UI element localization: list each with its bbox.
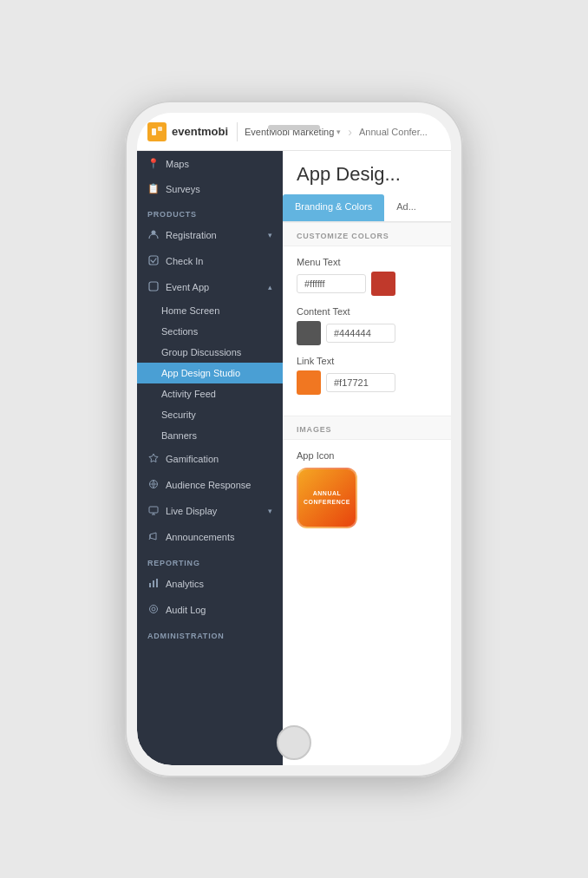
sidebar-item-auditlog[interactable]: Audit Log	[137, 597, 283, 623]
sidebar-item-eventapp[interactable]: Event App ▴	[137, 274, 283, 300]
audience-icon	[147, 479, 160, 491]
analytics-icon	[147, 578, 160, 590]
logo-icon	[147, 122, 167, 141]
app-header: eventmobi EventMobi Marketing ▾ › Annual…	[137, 113, 451, 151]
sidebar-label-livedisplay: Live Display	[166, 506, 262, 516]
products-section-header: PRODUCTS	[137, 201, 283, 222]
link-text-swatch[interactable]	[297, 370, 321, 395]
content-text-input[interactable]	[326, 324, 395, 343]
color-row-menu-text: Menu Text	[297, 257, 437, 296]
gamification-icon	[147, 453, 160, 465]
sidebar-label-surveys: Surveys	[166, 184, 272, 194]
map-pin-icon: 📍	[147, 158, 160, 169]
customize-colors-label: CUSTOMIZE COLORS	[283, 222, 451, 246]
sidebar-subitem-appdesign[interactable]: App Design Studio	[137, 363, 283, 383]
color-row-content-text: Content Text	[297, 306, 437, 345]
menu-text-input[interactable]	[297, 274, 366, 293]
sidebar-label-maps: Maps	[166, 159, 272, 169]
content-header: App Desig...	[283, 151, 451, 194]
phone-home-button[interactable]	[277, 725, 311, 760]
svg-point-11	[152, 607, 155, 611]
menu-text-label: Menu Text	[297, 257, 437, 267]
sidebar-label-eventapp: Event App	[166, 282, 262, 292]
app-icon-label: App Icon	[297, 450, 437, 461]
sidebar-item-audienceresponse[interactable]: Audience Response	[137, 472, 283, 498]
nav-event[interactable]: Annual Confer...	[359, 127, 428, 137]
color-row-link-text: Link Text	[297, 356, 437, 395]
logo-area[interactable]: eventmobi	[147, 122, 238, 141]
tabs-row: Branding & Colors Ad...	[283, 194, 451, 222]
livedisplay-icon	[147, 505, 160, 517]
sidebar-subitem-homescreen[interactable]: Home Screen	[137, 300, 283, 321]
svg-rect-9	[156, 579, 158, 587]
sidebar-item-gamification[interactable]: Gamification	[137, 446, 283, 472]
auditlog-icon	[147, 604, 160, 616]
announcements-icon	[147, 531, 160, 543]
main-layout: 📍 Maps 📋 Surveys PRODUCTS Regis	[137, 151, 451, 765]
phone-screen: eventmobi EventMobi Marketing ▾ › Annual…	[137, 113, 451, 765]
sidebar-label-gamification: Gamification	[166, 454, 272, 464]
svg-point-10	[150, 606, 158, 613]
svg-rect-4	[149, 282, 158, 291]
images-label: IMAGES	[283, 416, 451, 440]
sidebar-label-analytics: Analytics	[166, 579, 272, 589]
sidebar-label-checkin: Check In	[166, 256, 272, 266]
app-icon-text-line2: CONFERENCE	[304, 498, 350, 507]
sidebar-label-registration: Registration	[166, 230, 262, 240]
images-section: App Icon ANNUAL CONFERENCE	[283, 440, 451, 539]
logo-text: eventmobi	[172, 125, 228, 138]
sidebar-subitem-sections[interactable]: Sections	[137, 321, 283, 342]
surveys-icon: 📋	[147, 183, 160, 194]
sidebar-item-surveys[interactable]: 📋 Surveys	[137, 176, 283, 201]
reporting-section-header: REPORTING	[137, 550, 283, 571]
sidebar-subitem-security[interactable]: Security	[137, 404, 283, 425]
content-text-label: Content Text	[297, 306, 437, 317]
page-title: App Desig...	[297, 163, 437, 186]
phone-frame: eventmobi EventMobi Marketing ▾ › Annual…	[125, 101, 463, 777]
content-text-swatch[interactable]	[297, 321, 321, 345]
svg-rect-0	[152, 128, 156, 135]
sidebar-item-announcements[interactable]: Announcements	[137, 524, 283, 550]
sidebar-label-announcements: Announcements	[166, 532, 272, 542]
menu-text-inputs	[297, 272, 437, 296]
menu-text-swatch[interactable]	[371, 272, 395, 296]
phone-speaker	[268, 125, 320, 130]
checkin-icon	[147, 255, 160, 267]
tab-branding[interactable]: Branding & Colors	[283, 194, 384, 221]
link-text-input[interactable]	[326, 373, 395, 392]
content-text-inputs	[297, 321, 437, 345]
sidebar-item-livedisplay[interactable]: Live Display ▾	[137, 498, 283, 524]
sidebar-subitem-banners[interactable]: Banners	[137, 425, 283, 446]
admin-section-header: ADMINISTRATION	[137, 623, 283, 644]
sidebar: 📍 Maps 📋 Surveys PRODUCTS Regis	[137, 151, 283, 765]
link-text-inputs	[297, 370, 437, 395]
registration-icon	[147, 229, 160, 241]
svg-rect-7	[149, 583, 151, 587]
sidebar-item-maps[interactable]: 📍 Maps	[137, 151, 283, 176]
colors-section: Menu Text Content Text	[283, 246, 451, 416]
sidebar-item-checkin[interactable]: Check In	[137, 248, 283, 274]
app-icon-preview[interactable]: ANNUAL CONFERENCE	[297, 468, 357, 528]
svg-rect-1	[158, 127, 162, 131]
app-icon-text-line1: ANNUAL	[313, 489, 342, 498]
svg-rect-6	[149, 507, 158, 513]
tab-advanced[interactable]: Ad...	[384, 194, 428, 221]
livedisplay-chevron: ▾	[268, 507, 272, 515]
sidebar-label-audience: Audience Response	[166, 480, 272, 490]
breadcrumb-separator: ›	[348, 125, 352, 139]
content-area: App Desig... Branding & Colors Ad... CUS…	[283, 151, 451, 765]
sidebar-subitem-activityfeed[interactable]: Activity Feed	[137, 383, 283, 404]
link-text-label: Link Text	[297, 356, 437, 366]
eventapp-icon	[147, 281, 160, 293]
sidebar-item-registration[interactable]: Registration ▾	[137, 222, 283, 248]
svg-rect-8	[153, 580, 154, 587]
sidebar-item-analytics[interactable]: Analytics	[137, 571, 283, 597]
eventapp-chevron: ▴	[268, 283, 272, 292]
sidebar-label-auditlog: Audit Log	[166, 605, 272, 615]
sidebar-subitem-groupdiscussions[interactable]: Group Discussions	[137, 342, 283, 363]
registration-chevron: ▾	[268, 231, 272, 239]
